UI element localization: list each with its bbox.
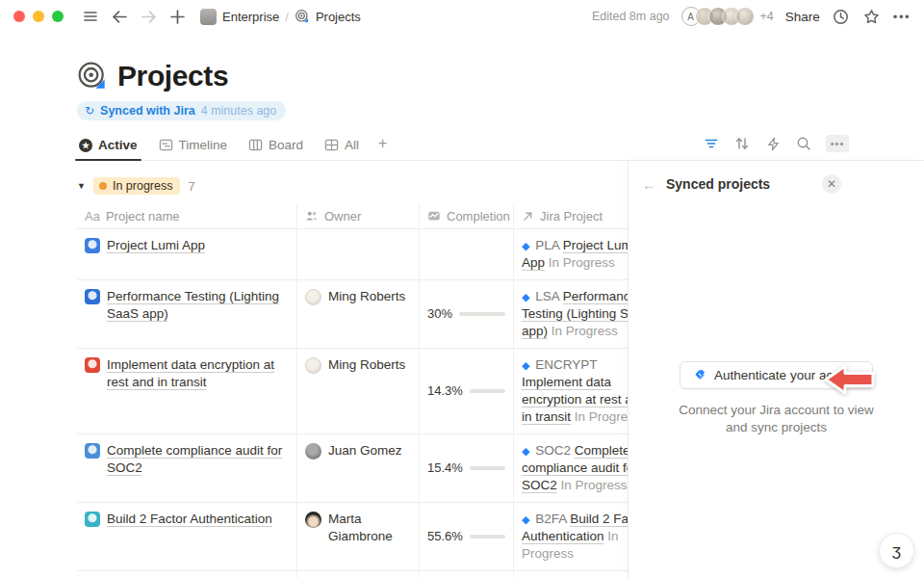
jira-project-cell[interactable]: ◆ ISO Complete compliance audit for ISO2… <box>513 571 628 578</box>
completion-cell[interactable]: 55.6% <box>419 503 513 570</box>
project-name-link[interactable]: Project Lumi App <box>107 237 205 254</box>
column-header-project-name[interactable]: Aa Project name <box>77 203 296 228</box>
jira-project-cell[interactable]: ◆ PLA Project Lumi App In Progress <box>513 229 628 279</box>
jira-project-cell[interactable]: ◆ LSA Performance Testing (Lighting SaaS… <box>513 280 628 348</box>
owner-cell[interactable]: Juan Gomez <box>296 434 419 502</box>
completion-cell[interactable]: 14.3% <box>419 349 513 434</box>
rollup-property-icon <box>427 209 441 223</box>
history-clock-icon[interactable] <box>832 7 851 26</box>
owner-avatar <box>305 512 321 528</box>
sidebar-toggle-icon[interactable] <box>81 7 100 26</box>
completion-cell[interactable] <box>419 229 513 279</box>
sync-refresh-icon: ↻ <box>85 104 94 118</box>
project-icon <box>85 238 100 253</box>
project-name-cell[interactable]: Complete compliance audit for SOC2 <box>77 434 296 502</box>
table-row[interactable]: Complete compliance audit for ISO27001Ju… <box>77 571 628 578</box>
back-button[interactable] <box>110 7 129 26</box>
project-name-cell[interactable]: Performance Testing (Lighting SaaS app) <box>77 280 296 348</box>
new-page-button[interactable] <box>167 7 187 26</box>
column-header-completion[interactable]: Completion <box>419 203 513 228</box>
breadcrumb-workspace[interactable]: Enterprise <box>222 10 279 24</box>
synced-projects-panel: ← Synced projects ✕ Authenticate your ac… <box>628 161 924 578</box>
jira-project-cell[interactable]: ◆ SOC2 Complete compliance audit for SOC… <box>513 434 628 502</box>
table-row[interactable]: Complete compliance audit for SOC2Juan G… <box>77 434 628 503</box>
authenticate-access-button[interactable]: Authenticate your access <box>680 361 873 389</box>
automation-lightning-icon[interactable] <box>764 135 782 152</box>
completion-bar <box>459 312 505 316</box>
completion-percent: 14.3% <box>427 382 463 400</box>
project-name-link[interactable]: Performance Testing (Lighting SaaS app) <box>107 288 289 323</box>
breadcrumb-page[interactable]: Projects <box>316 10 361 24</box>
table-row[interactable]: Performance Testing (Lighting SaaS app)M… <box>77 280 628 349</box>
jira-diamond-icon: ◆ <box>522 359 529 371</box>
project-name-cell[interactable]: Complete compliance audit for ISO27001 <box>77 571 296 578</box>
table-icon <box>324 138 339 152</box>
completion-percent: 15.4% <box>427 460 463 477</box>
owner-name: Marta Giambrone <box>328 511 411 545</box>
minimize-window-button[interactable] <box>33 11 44 22</box>
jira-project-cell[interactable]: ◆ ENCRYPT Implement data encryption at r… <box>513 349 628 434</box>
search-icon[interactable] <box>795 135 812 152</box>
completion-bar <box>470 466 505 470</box>
group-status-pill[interactable]: In progress <box>93 177 181 195</box>
ai-face-button[interactable]: ʒ <box>879 533 914 568</box>
project-name-cell[interactable]: Build 2 Factor Authentication <box>77 503 296 570</box>
close-window-button[interactable] <box>13 11 25 22</box>
project-name-cell[interactable]: Implement data encryption at rest and in… <box>77 349 296 434</box>
tab-board[interactable]: Board <box>246 132 305 160</box>
owner-cell[interactable]: Ming Roberts <box>296 280 419 348</box>
jira-status: In Progress <box>545 255 615 270</box>
forward-button[interactable] <box>139 7 158 26</box>
project-name-cell[interactable]: Project Lumi App <box>77 229 296 279</box>
jira-logo-icon <box>693 368 707 382</box>
board-icon <box>248 138 263 152</box>
breadcrumb-separator: / <box>285 10 289 24</box>
traffic-lights <box>13 11 64 22</box>
column-header-jira-project[interactable]: Jira Project <box>513 203 628 228</box>
favorite-star-icon[interactable] <box>862 7 882 26</box>
column-header-owner[interactable]: Owner <box>296 203 419 228</box>
filter-icon[interactable] <box>703 135 720 152</box>
sort-icon[interactable] <box>733 135 751 152</box>
breadcrumb: Enterprise / Projects <box>200 9 361 25</box>
workspace-icon <box>200 9 217 25</box>
table-row[interactable]: Build 2 Factor AuthenticationMarta Giamb… <box>77 503 628 571</box>
jira-diamond-icon: ◆ <box>522 445 529 457</box>
owner-cell[interactable] <box>296 229 419 279</box>
tab-active[interactable]: ★ Active <box>77 132 140 160</box>
completion-cell[interactable]: 33.3% <box>419 571 513 578</box>
view-more-icon[interactable]: ••• <box>826 135 849 152</box>
panel-back-icon[interactable]: ← <box>642 176 656 193</box>
add-view-button[interactable]: + <box>378 135 387 160</box>
tab-timeline[interactable]: Timeline <box>157 132 230 160</box>
table-row[interactable]: Project Lumi App◆ PLA Project Lumi App I… <box>77 229 628 280</box>
jira-status: In Progress <box>548 324 618 338</box>
jira-status: In Progress <box>571 409 628 424</box>
jira-key: B2FA <box>531 512 570 526</box>
panel-close-icon[interactable]: ✕ <box>822 174 841 194</box>
app-window: Enterprise / Projects Edited 8m ago A +4… <box>0 0 924 578</box>
share-button[interactable]: Share <box>785 10 820 24</box>
table-row[interactable]: Implement data encryption at rest and in… <box>77 349 628 434</box>
tab-all[interactable]: All <box>322 132 361 160</box>
group-collapse-caret[interactable]: ▼ <box>77 181 86 191</box>
project-name-link[interactable]: Implement data encryption at rest and in… <box>107 356 289 391</box>
zoom-window-button[interactable] <box>52 11 64 22</box>
person-property-icon <box>305 209 319 223</box>
completion-cell[interactable]: 15.4% <box>419 434 513 502</box>
owner-cell[interactable]: Marta Giambrone <box>296 503 419 570</box>
active-view-icon: ★ <box>79 139 92 152</box>
project-name-link[interactable]: Build 2 Factor Authentication <box>107 511 272 528</box>
owner-cell[interactable]: Ming Roberts <box>296 349 419 434</box>
project-icon <box>85 443 100 459</box>
owner-name: Juan Gomez <box>328 442 402 460</box>
project-name-link[interactable]: Complete compliance audit for SOC2 <box>107 442 289 477</box>
more-options-icon[interactable]: ••• <box>893 10 911 24</box>
sync-status-badge[interactable]: ↻ Synced with Jira 4 minutes ago <box>77 101 286 120</box>
completion-cell[interactable]: 30% <box>419 280 513 348</box>
collaborator-avatars[interactable]: A +4 <box>681 7 774 26</box>
completion-percent: 55.6% <box>427 528 463 545</box>
owner-cell[interactable]: Juan Gomez <box>296 571 419 578</box>
project-icon <box>85 357 100 373</box>
jira-project-cell[interactable]: ◆ B2FA Build 2 Factor Authentication In … <box>513 503 628 570</box>
